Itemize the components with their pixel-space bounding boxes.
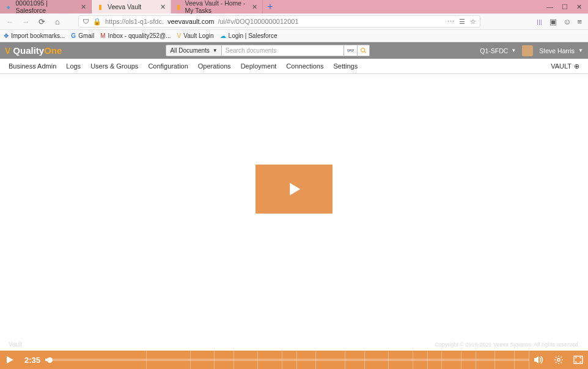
user-name-label: Steve Harris (539, 47, 575, 54)
url-domain: veevavault.com (167, 18, 214, 25)
forward-button[interactable]: → (20, 15, 32, 28)
search-wrap: All Documents ▼ Search documents 👓 (166, 45, 369, 56)
fullscreen-button[interactable] (568, 351, 588, 369)
bookmark-label: Gmail (78, 32, 94, 39)
close-icon[interactable]: ✕ (160, 3, 166, 11)
footer-copyright: Copyright © 2019-2021 Veeva Systems. All… (435, 341, 579, 348)
svg-line-12 (556, 362, 557, 363)
bookmark-label: Inbox - qquality252@... (108, 32, 171, 39)
bookmark-import[interactable]: ✥ Import bookmarks... (4, 32, 65, 39)
vault-switcher[interactable]: VAULT ⊕ (551, 62, 579, 70)
cloud-icon: ● (5, 3, 12, 10)
chevron-down-icon: ▼ (511, 48, 516, 53)
vault-label: VAULT (551, 62, 571, 70)
nav-operations[interactable]: Operations (198, 62, 231, 70)
screenshot-icon[interactable]: ▣ (549, 17, 557, 26)
volume-button[interactable] (529, 351, 549, 369)
bookmark-vault-login[interactable]: V Vault Login (177, 32, 214, 39)
bookmark-star-icon[interactable]: ☆ (470, 18, 476, 26)
chevron-down-icon: ▼ (578, 48, 583, 53)
current-time: 2:35 (20, 356, 45, 365)
account-icon[interactable]: ☺ (563, 17, 571, 26)
url-prefix: https://ols1-q1-sfdc. (105, 18, 164, 25)
vault-icon: ▮ (176, 3, 182, 10)
minimize-button[interactable]: — (546, 3, 553, 11)
nav-logs[interactable]: Logs (66, 62, 81, 70)
admin-nav-items: Business Admin Logs Users & Groups Confi… (9, 62, 358, 70)
reload-button[interactable]: ⟳ (35, 15, 48, 28)
search-input[interactable]: Search documents (222, 45, 344, 56)
tab-title: Veeva Vault - Home - My Tasks (185, 0, 248, 14)
google-icon: G (71, 32, 76, 39)
admin-nav: Business Admin Logs Users & Groups Confi… (0, 59, 588, 74)
document-scope-select[interactable]: All Documents ▼ (166, 45, 221, 56)
video-play-button[interactable] (255, 165, 333, 214)
brand-one: One (44, 45, 62, 56)
shield-icon: 🛡 (83, 18, 89, 25)
nav-users-groups[interactable]: Users & Groups (90, 62, 138, 70)
nav-deployment[interactable]: Deployment (241, 62, 277, 70)
brand-logo[interactable]: V QualityOne (5, 45, 62, 56)
nav-connections[interactable]: Connections (286, 62, 323, 70)
app-header: V QualityOne All Documents ▼ Search docu… (0, 42, 588, 59)
nav-business-admin[interactable]: Business Admin (9, 62, 56, 70)
svg-line-10 (556, 357, 557, 358)
volume-icon (534, 356, 545, 364)
svg-line-11 (561, 362, 562, 363)
search-placeholder: Search documents (226, 47, 276, 54)
reader-icon[interactable]: ☰ (459, 18, 465, 26)
settings-button[interactable] (549, 351, 568, 369)
more-icon[interactable]: ⋯ (447, 18, 454, 26)
play-pause-button[interactable] (0, 351, 20, 369)
environment-select[interactable]: Q1-SFDC ▼ (480, 47, 516, 54)
play-icon (284, 179, 304, 199)
browser-tab-active[interactable]: ▮ Veeva Vault ✕ (92, 0, 171, 13)
svg-point-5 (557, 359, 560, 361)
close-icon[interactable]: ✕ (252, 3, 257, 11)
svg-marker-2 (290, 183, 300, 195)
nav-configuration[interactable]: Configuration (148, 62, 188, 70)
browser-titlebar: ● 00001095 | Salesforce ✕ ▮ Veeva Vault … (0, 0, 588, 13)
maximize-button[interactable]: ☐ (562, 3, 568, 11)
avatar[interactable] (522, 45, 533, 56)
browser-tab[interactable]: ● 00001095 | Salesforce ✕ (0, 0, 92, 13)
bookmark-gmail[interactable]: G Gmail (71, 32, 94, 39)
bookmark-label: Login | Salesforce (229, 32, 277, 39)
svg-marker-4 (534, 356, 538, 363)
browser-tab[interactable]: ▮ Veeva Vault - Home - My Tasks ✕ (171, 0, 263, 13)
svg-rect-14 (574, 356, 582, 363)
globe-icon: ⊕ (574, 62, 579, 70)
tab-title: Veeva Vault (108, 3, 141, 10)
vault-icon: V (177, 32, 182, 39)
binoculars-icon[interactable]: 👓 (344, 45, 358, 56)
home-button[interactable]: ⌂ (51, 15, 64, 28)
import-icon: ✥ (4, 32, 9, 39)
progress-thumb[interactable] (47, 357, 53, 363)
window-controls: — ☐ ✕ (540, 3, 588, 11)
bookmark-inbox[interactable]: M Inbox - qquality252@... (100, 32, 171, 39)
svg-line-13 (561, 357, 562, 358)
lock-icon: 🔒 (93, 18, 101, 26)
search-icon (360, 47, 367, 54)
svg-point-0 (361, 48, 365, 52)
url-bar[interactable]: 🛡 🔒 https://ols1-q1-sfdc.veevavault.com/… (78, 15, 480, 28)
play-icon (6, 356, 14, 364)
menu-icon[interactable]: ≡ (577, 17, 582, 26)
close-window-button[interactable]: ✕ (576, 3, 582, 11)
bookmark-salesforce[interactable]: ☁ Login | Salesforce (220, 32, 277, 39)
search-button[interactable] (358, 45, 370, 56)
bookmarks-bar: ✥ Import bookmarks... G Gmail M Inbox - … (0, 30, 588, 42)
progress-bar[interactable] (45, 351, 529, 369)
back-button[interactable]: ← (4, 15, 16, 28)
user-menu[interactable]: Steve Harris ▼ (539, 47, 583, 54)
browser-navbar: ← → ⟳ ⌂ 🛡 🔒 https://ols1-q1-sfdc.veevava… (0, 13, 588, 30)
close-icon[interactable]: ✕ (81, 3, 86, 11)
library-icon[interactable]: ⫼ (535, 17, 543, 26)
cloud-icon: ☁ (220, 32, 226, 39)
new-tab-button[interactable]: + (263, 0, 277, 13)
tab-title: 00001095 | Salesforce (16, 0, 78, 14)
nav-settings[interactable]: Settings (333, 62, 358, 70)
chevron-down-icon: ▼ (213, 48, 218, 53)
content-area: Vault Copyright © 2019-2021 Veeva System… (0, 74, 588, 349)
footer-brand: Vault (9, 341, 22, 348)
